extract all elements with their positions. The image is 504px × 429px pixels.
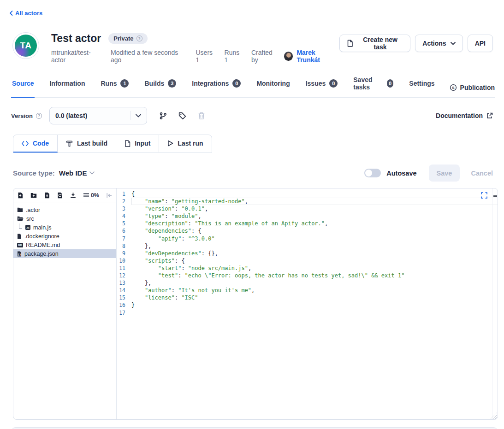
- code-line[interactable]: 16}: [117, 301, 498, 309]
- publication-label: Publication: [460, 84, 495, 91]
- version-help-icon[interactable]: ?: [36, 113, 42, 119]
- author-avatar: [284, 52, 293, 61]
- source-type-select[interactable]: Web IDE: [59, 169, 95, 177]
- line-number: 5: [117, 220, 131, 227]
- code-line[interactable]: 5 "description": "This is an example of …: [117, 220, 498, 227]
- actions-button[interactable]: Actions: [415, 35, 462, 52]
- author-link[interactable]: Marek Trunkát: [296, 49, 339, 64]
- code-line[interactable]: 8 },: [117, 242, 498, 250]
- code-line[interactable]: 15 "license": "ISC": [117, 294, 498, 301]
- private-badge: Private ?: [108, 33, 147, 44]
- actor-path: mtrunkat/test-actor: [51, 49, 104, 64]
- subtab-last-build[interactable]: Last build: [58, 135, 116, 153]
- svg-text:MD: MD: [18, 244, 22, 247]
- subtab-input[interactable]: Input: [116, 135, 159, 153]
- code-line[interactable]: 7 "apify": "^3.0.0": [117, 235, 498, 242]
- download-button[interactable]: [70, 192, 76, 198]
- subtab-label: Input: [135, 140, 150, 147]
- new-file-button[interactable]: [18, 192, 23, 199]
- new-folder-button[interactable]: [30, 193, 37, 198]
- line-number: 12: [117, 272, 131, 279]
- code-line[interactable]: 4 "type": "module",: [117, 212, 498, 220]
- code-line[interactable]: 9 "devDependencies": {},: [117, 250, 498, 257]
- editor-scrollbar[interactable]: [492, 188, 498, 419]
- code-text: [131, 309, 498, 317]
- external-link-icon: [486, 112, 493, 119]
- line-number: 10: [117, 257, 131, 264]
- help-icon[interactable]: ?: [136, 35, 142, 41]
- source-type-value: Web IDE: [59, 169, 87, 177]
- fullscreen-button[interactable]: [481, 192, 487, 200]
- documentation-link[interactable]: Documentation: [436, 112, 493, 119]
- new-document-icon: [347, 40, 353, 47]
- code-line[interactable]: 14 "author": "It's not you it's me",: [117, 287, 498, 294]
- subtab-label: Last build: [77, 140, 107, 147]
- subtab-last-run[interactable]: Last run: [159, 135, 211, 153]
- tab-issues[interactable]: Issues0: [305, 76, 339, 98]
- back-link-all-actors[interactable]: All actors: [9, 10, 42, 17]
- code-line[interactable]: 3 "version": "0.0.1",: [117, 205, 498, 212]
- tab-badge: 0: [387, 79, 393, 88]
- code-line[interactable]: 6 "dependencies": {: [117, 227, 498, 235]
- json-icon: { }: [17, 251, 22, 257]
- tab-badge: 0: [329, 79, 338, 88]
- file-tree-item-readme-md[interactable]: MDREADME.md: [13, 241, 116, 249]
- autosave-toggle[interactable]: [364, 169, 381, 177]
- tab-runs[interactable]: Runs1: [100, 76, 130, 98]
- cancel-button[interactable]: Cancel: [471, 170, 493, 177]
- code-line[interactable]: 13 },: [117, 279, 498, 287]
- code-pane[interactable]: 1{2 "name": "getting-started-node",3 "ve…: [117, 188, 498, 419]
- environment-variables-section[interactable]: Environment variables: [11, 427, 498, 429]
- tab-publication[interactable]: S Publication: [450, 84, 495, 97]
- scrollbar-thumb[interactable]: [493, 195, 497, 197]
- code-text: "apify": "^3.0.0": [131, 235, 498, 242]
- line-number: 17: [117, 309, 131, 317]
- code-line[interactable]: 10 "scripts": {: [117, 257, 498, 264]
- code-line[interactable]: 2 "name": "getting-started-node",: [117, 198, 498, 205]
- tab-builds[interactable]: Builds3: [143, 76, 177, 98]
- tab-saved-tasks[interactable]: Saved tasks0: [352, 76, 394, 98]
- version-label: Version: [11, 112, 33, 119]
- tab-settings[interactable]: Settings: [408, 76, 435, 98]
- tab-label: Saved tasks: [353, 76, 383, 91]
- file-tree-item-package-json[interactable]: { }package.json: [13, 249, 116, 258]
- tab-badge: 1: [120, 79, 129, 88]
- upload-file-button[interactable]: [44, 192, 50, 199]
- actor-header: TA Test actor Private ? mtrunkat/test-ac…: [12, 32, 493, 64]
- subtab-label: Code: [33, 140, 49, 147]
- code-line[interactable]: 1{: [117, 190, 498, 198]
- tab-source[interactable]: Source: [11, 76, 35, 98]
- create-new-task-button[interactable]: Create new task: [339, 35, 410, 52]
- tab-integrations[interactable]: Integrations0: [191, 76, 242, 98]
- code-text: "author": "It's not you it's me",: [131, 287, 498, 294]
- api-button[interactable]: API: [468, 35, 493, 52]
- delete-version-button[interactable]: [198, 112, 205, 120]
- save-button[interactable]: Save: [429, 165, 460, 182]
- code-line[interactable]: 12 "test": "echo \"Error: oops, the acto…: [117, 272, 498, 279]
- page-title: Test actor: [51, 32, 101, 45]
- tab-information[interactable]: Information: [48, 76, 86, 98]
- tab-label: Monitoring: [256, 80, 290, 87]
- tag-button[interactable]: [178, 112, 186, 120]
- main-tab-bar: SourceInformationRuns1Builds3Integration…: [11, 76, 495, 98]
- subtab-code[interactable]: Code: [13, 135, 58, 153]
- git-branch-button[interactable]: [159, 112, 167, 120]
- tree-connector: [19, 223, 22, 229]
- chevron-down-icon: [136, 114, 141, 118]
- code-text: },: [131, 279, 498, 287]
- file-tree-item-actor[interactable]: .actor: [13, 206, 116, 214]
- subtab-label: Last run: [178, 140, 203, 147]
- file-tree-item-dockerignore[interactable]: .dockerignore: [13, 232, 116, 241]
- tab-monitoring[interactable]: Monitoring: [255, 76, 291, 98]
- line-number: 15: [117, 294, 131, 301]
- source-type-bar: Source type: Web IDE Autosave Save Cance…: [13, 165, 493, 182]
- file-tree-item-main-js[interactable]: JSmain.js: [13, 223, 116, 232]
- tab-badge: 0: [232, 79, 241, 88]
- version-select[interactable]: 0.0 (latest): [49, 107, 147, 124]
- code-line[interactable]: 17: [117, 309, 498, 317]
- file-tree-item-src[interactable]: src: [13, 214, 116, 223]
- collapse-panel-button[interactable]: [107, 193, 112, 198]
- rename-file-button[interactable]: [57, 192, 63, 199]
- code-line[interactable]: 11 "start": "node src/main.js",: [117, 264, 498, 272]
- folder-open-icon: [17, 216, 24, 221]
